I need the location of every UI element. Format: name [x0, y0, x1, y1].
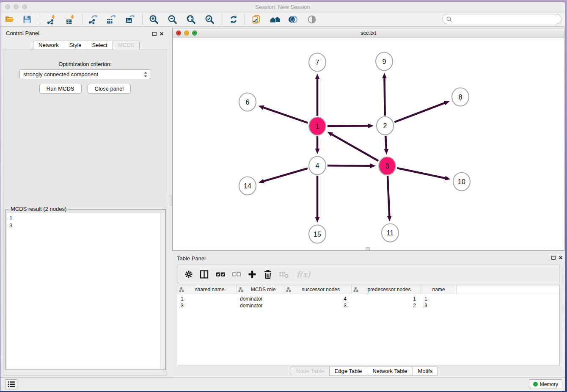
- tab-select[interactable]: Select: [87, 41, 113, 50]
- tab-network[interactable]: Network: [33, 41, 64, 50]
- function-builder-button[interactable]: f(x): [295, 269, 312, 280]
- graph-edge-1-6[interactable]: [259, 105, 308, 123]
- graph-node-7[interactable]: 7: [309, 53, 326, 72]
- export-image-button[interactable]: [122, 13, 138, 25]
- import-table-icon: [66, 14, 76, 25]
- column-header-successor-nodes[interactable]: successor nodes: [284, 285, 352, 294]
- table-panel: Table Panel ✕: [172, 251, 564, 378]
- cell-mcds-role: dominator: [237, 296, 284, 302]
- column-header-name[interactable]: name: [421, 285, 457, 294]
- criterion-select[interactable]: strongly connected component: [19, 69, 151, 79]
- zoom-selected-button[interactable]: [202, 13, 217, 25]
- graph-edge-2-3[interactable]: [384, 136, 389, 155]
- panel-splitter[interactable]: [169, 195, 172, 206]
- graph-node-9[interactable]: 9: [376, 52, 393, 71]
- graph-node-2[interactable]: 2: [377, 117, 394, 135]
- graph-edge-1-7[interactable]: [315, 74, 320, 116]
- graph-node-14[interactable]: 14: [239, 177, 256, 195]
- column-header-predecessor-nodes[interactable]: predecessor nodes: [352, 285, 421, 294]
- control-panel-tabs: Network Style Select MCDS: [33, 41, 140, 50]
- table-settings-button[interactable]: [183, 269, 194, 280]
- apply-layout-button[interactable]: [226, 13, 241, 25]
- gear-icon: [184, 269, 194, 279]
- graph-node-10[interactable]: 10: [453, 173, 470, 191]
- cell-shared-name: 3: [177, 303, 237, 309]
- graph-node-4[interactable]: 4: [309, 157, 326, 175]
- table-header-row: shared nameMCDS rolesuccessor nodesprede…: [177, 285, 559, 294]
- mcds-result-line: 3: [9, 222, 162, 229]
- float-panel-icon[interactable]: [152, 32, 157, 36]
- compare-networks-button[interactable]: [285, 13, 300, 25]
- delete-table-button[interactable]: [278, 269, 289, 280]
- table-row[interactable]: 3dominator323: [177, 302, 559, 309]
- zoom-in-button[interactable]: [146, 13, 161, 25]
- fx-icon: f(x): [297, 270, 311, 279]
- delete-column-button[interactable]: [262, 269, 273, 280]
- network-canvas[interactable]: 1234678910111415: [173, 38, 564, 250]
- duplicate-network-button[interactable]: [249, 13, 264, 25]
- column-header-shared-name[interactable]: shared name: [177, 285, 237, 294]
- graph-edge-3-10[interactable]: [397, 168, 450, 180]
- tab-node-table[interactable]: Node Table: [291, 367, 330, 376]
- task-history-button[interactable]: [5, 379, 17, 389]
- zoom-in-icon: [149, 14, 159, 25]
- open-file-button[interactable]: [2, 13, 17, 25]
- zoom-out-button[interactable]: [165, 13, 180, 25]
- export-network-button[interactable]: [85, 13, 101, 25]
- table-panel-tabs: Node Table Edge Table Network Table Moti…: [291, 367, 438, 376]
- show-column-button[interactable]: [199, 269, 210, 280]
- graph-edge-2-9[interactable]: [382, 73, 387, 116]
- tab-style[interactable]: Style: [64, 41, 87, 50]
- table-body: 1dominator4113dominator323: [177, 295, 559, 309]
- graph-edge-4-3[interactable]: [328, 163, 376, 168]
- tab-motifs[interactable]: Motifs: [413, 367, 438, 376]
- run-mcds-button[interactable]: Run MCDS: [39, 84, 82, 94]
- close-panel-button[interactable]: Close panel: [88, 84, 131, 94]
- title-bar: Session: New Session: [0, 2, 565, 12]
- graph-node-8[interactable]: 8: [452, 88, 469, 106]
- unselect-all-button[interactable]: [231, 269, 242, 280]
- tab-network-table[interactable]: Network Table: [367, 367, 413, 376]
- graph-edge-1-2[interactable]: [328, 124, 374, 128]
- minimize-view-button[interactable]: −: [184, 30, 189, 36]
- select-all-button[interactable]: [215, 269, 226, 280]
- import-network-button[interactable]: [44, 13, 59, 25]
- mcds-result-line: 1: [9, 215, 162, 222]
- graph-node-6[interactable]: 6: [239, 93, 256, 111]
- mcds-result-list[interactable]: 13: [7, 213, 165, 369]
- import-table-button[interactable]: [63, 13, 78, 25]
- result-scrollbar[interactable]: [160, 213, 165, 369]
- graph-node-15[interactable]: 15: [309, 225, 326, 243]
- canvas-resize-grip[interactable]: [366, 247, 370, 250]
- plus-icon: [247, 269, 257, 279]
- memory-label: Memory: [540, 381, 558, 387]
- main-toolbar: [0, 12, 565, 27]
- graph-node-1[interactable]: 1: [309, 117, 326, 135]
- graph-edge-1-4[interactable]: [315, 136, 320, 154]
- graph-edge-3-11[interactable]: [387, 176, 392, 221]
- graph-edge-4-14[interactable]: [259, 168, 308, 183]
- network-overview-button[interactable]: [267, 13, 283, 25]
- graph-edge-3-1[interactable]: [327, 132, 378, 161]
- export-table-button[interactable]: [104, 13, 119, 25]
- graph-edge-4-15[interactable]: [315, 176, 320, 223]
- close-panel-icon[interactable]: ✕: [160, 32, 164, 36]
- table-row[interactable]: 1dominator411: [177, 295, 559, 302]
- graph-edge-2-8[interactable]: [394, 101, 449, 122]
- float-table-panel-icon[interactable]: [551, 256, 556, 260]
- maximize-view-button[interactable]: +: [192, 30, 197, 36]
- zoom-fit-button[interactable]: [183, 13, 198, 25]
- add-column-button[interactable]: [247, 269, 258, 280]
- network-window-titlebar[interactable]: x − + scc.txt: [173, 28, 564, 38]
- graph-node-3[interactable]: 3: [379, 157, 396, 175]
- graph-node-11[interactable]: 11: [382, 224, 399, 242]
- tab-mcds[interactable]: MCDS: [113, 41, 140, 50]
- close-view-button[interactable]: x: [176, 30, 181, 36]
- save-session-button[interactable]: [19, 13, 35, 25]
- search-input[interactable]: [452, 16, 561, 22]
- close-table-panel-icon[interactable]: ✕: [559, 256, 563, 260]
- tab-edge-table[interactable]: Edge Table: [330, 367, 368, 376]
- memory-button[interactable]: Memory: [529, 379, 562, 389]
- show-hide-panel-button[interactable]: [304, 13, 319, 25]
- column-header-mcds-role[interactable]: MCDS role: [237, 285, 284, 294]
